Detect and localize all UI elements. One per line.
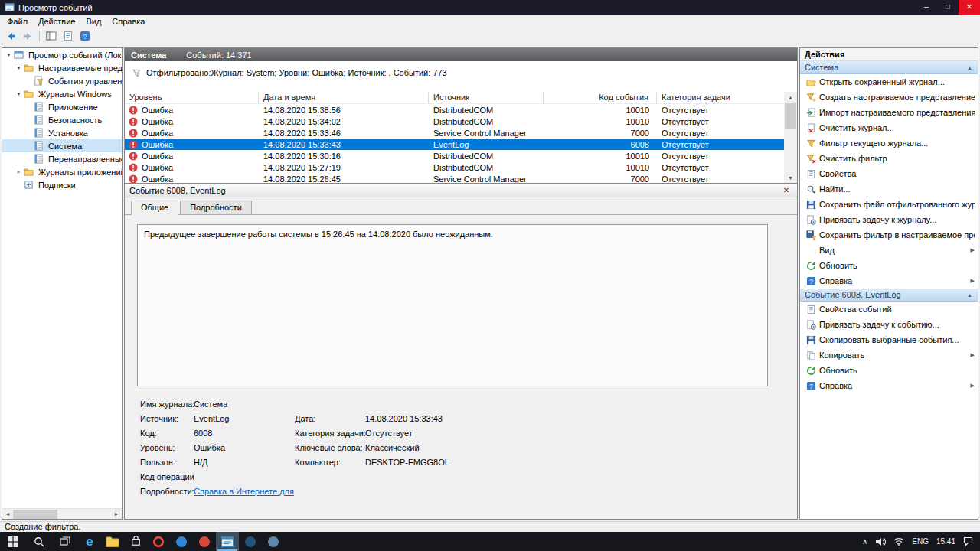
- action-item[interactable]: Очистить журнал...: [800, 120, 978, 135]
- tree-item[interactable]: Перенаправленные соб: [2, 152, 122, 165]
- tree-item-label: Просмотр событий (Локальн: [27, 51, 122, 60]
- column-header[interactable]: Категория задачи: [657, 92, 786, 103]
- action-item[interactable]: Создать настраиваемое представление...: [800, 90, 978, 105]
- events-vertical-scrollbar[interactable]: ▲ ▼: [784, 92, 797, 183]
- volume-icon[interactable]: [871, 532, 890, 551]
- menu-item[interactable]: Справка: [106, 15, 150, 28]
- tree-item[interactable]: Система: [2, 139, 122, 152]
- action-item[interactable]: Обновить: [800, 363, 978, 378]
- hidden-icons-chevron[interactable]: ∧: [858, 532, 871, 551]
- action-item[interactable]: Импорт настраиваемого представления: [800, 105, 978, 120]
- tree-expander-icon[interactable]: ▾: [15, 90, 23, 97]
- forward-button[interactable]: [20, 29, 35, 43]
- scrollbar-track[interactable]: [13, 509, 111, 520]
- action-item[interactable]: Найти...: [800, 181, 978, 197]
- tree-item-label: Перенаправленные соб: [47, 155, 122, 164]
- event-row[interactable]: Ошибка14.08.2020 15:34:02DistributedCOM1…: [125, 116, 786, 127]
- tree-item[interactable]: ▾Просмотр событий (Локальн: [2, 48, 122, 61]
- detail-tab[interactable]: Общие: [131, 201, 178, 215]
- menu-item[interactable]: Вид: [80, 15, 106, 28]
- event-row[interactable]: Ошибка14.08.2020 15:38:56DistributedCOM1…: [125, 104, 786, 116]
- event-viewer-taskbar-button[interactable]: [216, 532, 239, 551]
- scroll-down-button[interactable]: ▼: [786, 172, 796, 183]
- scrollbar-track[interactable]: [784, 103, 797, 172]
- navy-circle-app-taskbar-button[interactable]: [239, 532, 262, 551]
- actions-section-header[interactable]: Система▲: [800, 61, 978, 74]
- search-button[interactable]: [26, 532, 52, 551]
- action-item[interactable]: ?Справка▶: [800, 273, 978, 289]
- detail-tabs: ОбщиеПодробности: [125, 197, 797, 215]
- action-item[interactable]: Сохранить файл отфильтрованного жур...: [800, 197, 978, 212]
- microsoft-store-taskbar-button[interactable]: [124, 532, 147, 551]
- action-item[interactable]: Вид▶: [800, 243, 978, 258]
- edge-taskbar-button[interactable]: e: [78, 532, 101, 551]
- maximize-button[interactable]: □: [937, 0, 959, 15]
- tree-item[interactable]: ▾Настраиваемые представле: [2, 61, 122, 74]
- column-header[interactable]: Источник: [429, 92, 544, 103]
- minimize-button[interactable]: ─: [916, 0, 937, 15]
- action-item[interactable]: Привязать задачу к журналу...: [800, 212, 978, 227]
- collapse-section-icon[interactable]: ▲: [965, 292, 975, 298]
- action-item[interactable]: Привязать задачу к событию...: [800, 317, 978, 332]
- collapse-section-icon[interactable]: ▲: [965, 65, 975, 70]
- tree-item[interactable]: События управления: [2, 74, 122, 87]
- start-button[interactable]: [0, 532, 26, 551]
- menu-item[interactable]: Файл: [2, 15, 33, 28]
- red-circle-app-taskbar-button[interactable]: [193, 532, 216, 551]
- action-item[interactable]: Фильтр текущего журнала...: [800, 135, 978, 151]
- tree-expander-icon[interactable]: ▸: [15, 168, 23, 175]
- blue-circle-app-taskbar-button[interactable]: [170, 532, 193, 551]
- scroll-left-button[interactable]: ◄: [2, 509, 13, 520]
- event-viewer-icon: [221, 536, 234, 547]
- action-item[interactable]: ?Справка▶: [800, 378, 978, 393]
- event-row[interactable]: Ошибка14.08.2020 15:26:45Service Control…: [125, 173, 786, 183]
- column-header[interactable]: Код события: [544, 92, 657, 103]
- event-row[interactable]: Ошибка14.08.2020 15:30:16DistributedCOM1…: [125, 150, 786, 161]
- column-header[interactable]: Дата и время: [259, 92, 429, 103]
- tree-item[interactable]: Установка: [2, 126, 122, 139]
- export-list-button[interactable]: [60, 29, 76, 43]
- scroll-right-button[interactable]: ►: [111, 509, 122, 520]
- action-item[interactable]: Свойства: [800, 166, 978, 181]
- online-help-link[interactable]: Справка в Интернете для: [194, 487, 295, 496]
- tree-item[interactable]: Приложение: [2, 100, 122, 113]
- actions-section-header[interactable]: Событие 6008, EventLog▲: [800, 289, 978, 302]
- action-item[interactable]: Сохранить фильтр в настраиваемое пред...: [800, 227, 978, 243]
- scroll-up-button[interactable]: ▲: [786, 92, 796, 103]
- event-row[interactable]: Ошибка14.08.2020 15:33:43EventLog6008Отс…: [125, 139, 786, 150]
- action-item[interactable]: Обновить: [800, 258, 978, 273]
- language-indicator[interactable]: ENG: [908, 532, 933, 551]
- column-header[interactable]: Уровень: [125, 92, 259, 103]
- event-row[interactable]: Ошибка14.08.2020 15:33:46Service Control…: [125, 127, 786, 139]
- help-toolbar-button[interactable]: ?: [77, 29, 93, 43]
- back-button[interactable]: [3, 29, 18, 43]
- clock[interactable]: 15:41: [933, 532, 959, 551]
- close-button[interactable]: ✕: [959, 0, 980, 15]
- show-console-tree-button[interactable]: [44, 29, 59, 43]
- steel-circle-app-taskbar-button[interactable]: [262, 532, 285, 551]
- action-item[interactable]: Свойства событий: [800, 302, 978, 317]
- detail-tab[interactable]: Подробности: [180, 201, 252, 214]
- tree-horizontal-scrollbar[interactable]: ◄ ►: [2, 508, 122, 519]
- menu-item[interactable]: Действие: [33, 15, 80, 28]
- event-category-cell: Отсутствует: [657, 129, 786, 138]
- action-item[interactable]: Скопировать выбранные события...: [800, 332, 978, 347]
- file-explorer-taskbar-button[interactable]: [101, 532, 124, 551]
- task-view-button[interactable]: [52, 532, 78, 551]
- scrollbar-thumb[interactable]: [13, 510, 57, 519]
- tree-item[interactable]: Безопасность: [2, 113, 122, 126]
- detail-close-button[interactable]: ✕: [780, 186, 792, 194]
- tree-item[interactable]: ▾Журналы Windows: [2, 87, 122, 100]
- event-row[interactable]: Ошибка14.08.2020 15:27:19DistributedCOM1…: [125, 161, 786, 173]
- action-center-icon[interactable]: [959, 532, 977, 551]
- network-icon[interactable]: [890, 532, 908, 551]
- tree-item[interactable]: ▸Журналы приложений и сл: [2, 165, 122, 178]
- action-item[interactable]: Копировать▶: [800, 347, 978, 363]
- action-item[interactable]: Очистить фильтр: [800, 151, 978, 166]
- tree-item[interactable]: Подписки: [2, 178, 122, 191]
- tree-expander-icon[interactable]: ▾: [15, 64, 23, 71]
- action-item[interactable]: Открыть сохраненный журнал...: [800, 74, 978, 90]
- tree-expander-icon[interactable]: ▾: [5, 51, 13, 58]
- opera-taskbar-button[interactable]: [147, 532, 170, 551]
- scrollbar-thumb[interactable]: [785, 103, 796, 129]
